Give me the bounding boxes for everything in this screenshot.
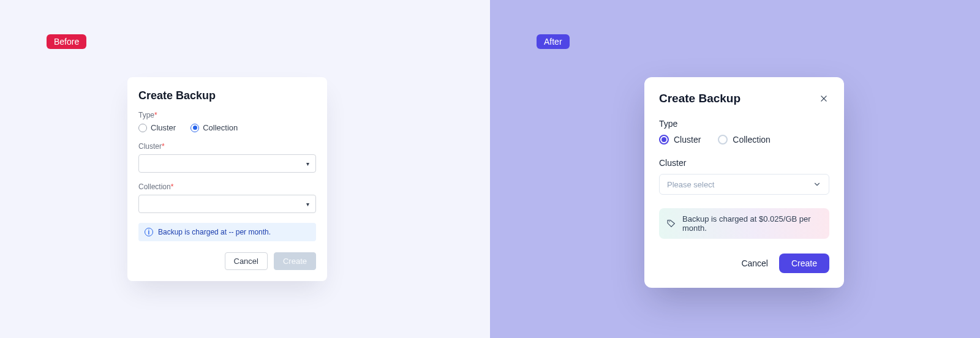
- cluster-select[interactable]: Please select: [659, 174, 829, 195]
- cluster-field-label: Cluster*: [138, 142, 316, 151]
- caret-down-icon: ▾: [306, 160, 309, 167]
- before-badge: Before: [47, 34, 86, 49]
- svg-point-2: [669, 221, 670, 222]
- radio-collection[interactable]: Collection: [190, 123, 238, 132]
- required-asterisk: *: [154, 111, 157, 119]
- radio-cluster[interactable]: Cluster: [138, 123, 176, 132]
- pricing-notice-text: Backup is charged at -- per month.: [158, 228, 271, 236]
- dialog-actions: Cancel Create: [659, 254, 829, 273]
- create-button[interactable]: Create: [779, 254, 829, 273]
- collection-field-label-text: Collection: [138, 182, 171, 191]
- cancel-button[interactable]: Cancel: [225, 252, 268, 270]
- create-button[interactable]: Create: [274, 252, 316, 270]
- dialog-title: Create Backup: [659, 92, 741, 105]
- cluster-field-label-text: Cluster: [138, 142, 162, 151]
- pricing-notice-text: Backup is charged at $0.025/GB per month…: [682, 214, 822, 233]
- radio-dot-icon: [718, 135, 728, 145]
- radio-dot-icon: [138, 124, 147, 132]
- cluster-select[interactable]: ▾: [138, 154, 316, 173]
- required-asterisk: *: [162, 142, 165, 151]
- type-radio-group: Cluster Collection: [138, 123, 316, 132]
- required-asterisk: *: [171, 182, 174, 191]
- radio-cluster-label: Cluster: [151, 123, 176, 132]
- info-icon: i: [145, 228, 153, 236]
- cancel-button[interactable]: Cancel: [739, 254, 771, 273]
- collection-field-label: Collection*: [138, 182, 316, 191]
- tag-icon: [666, 219, 676, 228]
- radio-collection[interactable]: Collection: [718, 135, 770, 145]
- dialog-actions: Cancel Create: [138, 252, 316, 270]
- before-dialog: Create Backup Type* Cluster Collection C…: [127, 77, 327, 281]
- type-label: Type: [659, 119, 829, 129]
- collection-select[interactable]: ▾: [138, 195, 316, 213]
- after-badge: After: [537, 34, 570, 49]
- radio-collection-label: Collection: [203, 123, 238, 132]
- cluster-field-label: Cluster: [659, 158, 829, 168]
- dialog-header: Create Backup: [659, 92, 829, 105]
- after-panel: After Create Backup Type Cluster Collect…: [490, 0, 980, 338]
- before-panel: Before Create Backup Type* Cluster Colle…: [0, 0, 490, 338]
- close-icon[interactable]: [818, 93, 829, 104]
- radio-dot-icon: [190, 124, 199, 132]
- after-dialog: Create Backup Type Cluster Collection Cl…: [644, 77, 844, 288]
- radio-collection-label: Collection: [733, 135, 770, 145]
- caret-down-icon: ▾: [306, 201, 309, 208]
- radio-dot-icon: [659, 135, 669, 145]
- pricing-notice: Backup is charged at $0.025/GB per month…: [659, 208, 829, 239]
- chevron-down-icon: [813, 180, 821, 189]
- pricing-notice: i Backup is charged at -- per month.: [138, 223, 316, 241]
- type-label-text: Type: [138, 111, 154, 119]
- type-label: Type*: [138, 111, 316, 119]
- type-radio-group: Cluster Collection: [659, 135, 829, 145]
- radio-cluster[interactable]: Cluster: [659, 135, 701, 145]
- cluster-select-placeholder: Please select: [667, 180, 714, 189]
- dialog-title: Create Backup: [138, 89, 316, 102]
- radio-cluster-label: Cluster: [674, 135, 701, 145]
